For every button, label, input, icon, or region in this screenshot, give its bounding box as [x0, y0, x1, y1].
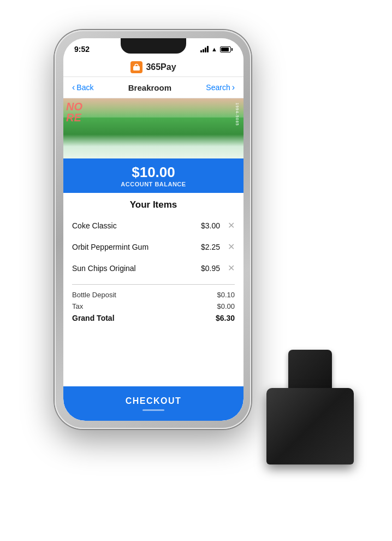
item-name: Coke Classic: [72, 221, 201, 230]
search-chevron-icon: ›: [232, 83, 235, 92]
scanner-area: NORE 1994-5085: [63, 98, 243, 158]
items-section: Your Items Coke Classic $3.00 ✕ Orbit Pe…: [63, 193, 243, 279]
totals-section: Bottle Deposit $0.10 Tax $0.00 Grand Tot…: [63, 279, 243, 327]
balance-section: $10.00 Account Balance: [63, 158, 243, 193]
phone-screen: 9:52 ▲: [63, 38, 243, 421]
tax-label: Tax: [72, 302, 83, 310]
item-name: Orbit Peppermint Gum: [72, 243, 201, 251]
svg-rect-0: [133, 66, 140, 70]
checkout-underline: [142, 409, 164, 411]
back-chevron-icon: ‹: [72, 83, 75, 92]
signal-icon: [200, 46, 209, 52]
app-title: 365Pay: [146, 62, 176, 72]
item-price: $2.25: [201, 243, 220, 251]
totals-divider: [72, 284, 235, 285]
item-row: Orbit Peppermint Gum $2.25 ✕: [72, 236, 235, 257]
status-icons: ▲: [200, 46, 233, 52]
balance-amount: $10.00: [69, 164, 238, 181]
no-re-label: NORE: [66, 101, 82, 123]
scene: 9:52 ▲: [0, 0, 392, 541]
screen-content: 9:52 ▲: [63, 38, 243, 421]
item-price: $0.95: [201, 264, 220, 273]
remove-item-2-button[interactable]: ✕: [228, 263, 235, 273]
shopping-bag-icon: [133, 63, 140, 71]
bottle-deposit-label: Bottle Deposit: [72, 291, 116, 299]
back-label: Back: [76, 83, 93, 92]
bottle-deposit-value: $0.10: [217, 291, 235, 299]
battery-icon: [220, 46, 233, 52]
wifi-icon: ▲: [211, 46, 217, 52]
tax-row: Tax $0.00: [72, 301, 235, 312]
item-price: $3.00: [201, 221, 220, 230]
grand-total-row: Grand Total $6.30: [72, 312, 235, 324]
scanner-text-overlay: 1994-5085: [235, 103, 239, 126]
remove-item-0-button[interactable]: ✕: [228, 220, 235, 231]
plug-body: [266, 388, 354, 464]
item-row: Coke Classic $3.00 ✕: [72, 215, 235, 236]
plug-top: [288, 350, 332, 393]
balance-label: Account Balance: [69, 181, 238, 187]
plug-device: [256, 344, 354, 464]
item-row: Sun Chips Original $0.95 ✕: [72, 257, 235, 279]
scanner-top-strip: [63, 98, 243, 117]
checkout-button[interactable]: CHECKOUT: [63, 386, 243, 421]
back-button[interactable]: ‹ Back: [72, 83, 93, 92]
status-time: 9:52: [74, 45, 90, 54]
grand-total-value: $6.30: [216, 314, 235, 322]
search-label: Search: [206, 83, 230, 92]
search-button[interactable]: Search ›: [206, 83, 235, 92]
app-logo-icon: [130, 61, 142, 73]
grand-total-label: Grand Total: [72, 314, 115, 322]
nav-bar: ‹ Back Breakroom Search ›: [63, 77, 243, 98]
item-name: Sun Chips Original: [72, 264, 201, 273]
bottle-deposit-row: Bottle Deposit $0.10: [72, 289, 235, 301]
items-header: Your Items: [72, 193, 235, 215]
nav-title: Breakroom: [128, 83, 171, 92]
phone-notch: [121, 38, 186, 54]
checkout-label: CHECKOUT: [126, 396, 182, 405]
tax-value: $0.00: [217, 302, 235, 310]
app-header: 365Pay: [63, 58, 243, 77]
remove-item-1-button[interactable]: ✕: [228, 242, 235, 252]
